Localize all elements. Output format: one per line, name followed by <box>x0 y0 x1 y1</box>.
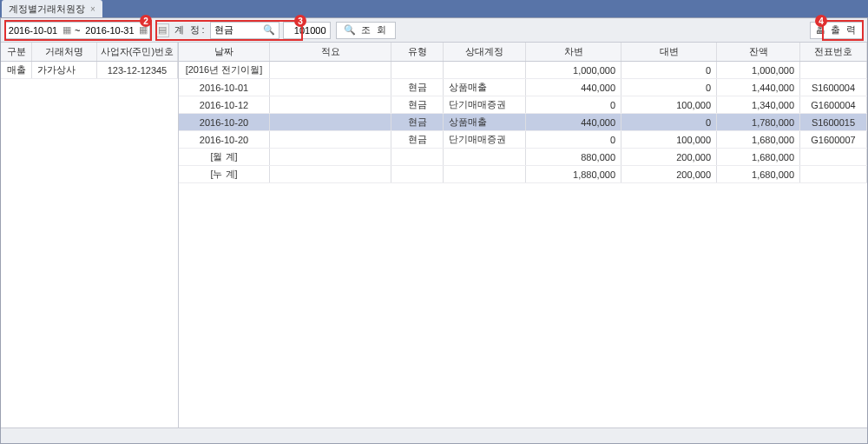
cell-counter: 단기매매증권 <box>444 96 526 113</box>
account-name-input[interactable]: 현금 🔍 <box>210 22 279 39</box>
app-window: 계정별거래처원장 × 2 3 4 ▦ ~ ▦ ▤ 계 정: 현금 🔍 <box>0 0 868 444</box>
cell-date: 2016-10-20 <box>179 131 270 148</box>
cell-trtype <box>391 62 444 78</box>
status-bar <box>1 427 867 443</box>
account-filter-group: 계 정: 현금 🔍 101000 <box>174 22 330 39</box>
search-icon: 🔍 <box>344 24 358 36</box>
cell-debit: 880,000 <box>526 149 621 165</box>
date-to-input[interactable] <box>83 25 135 36</box>
cell-trtype: 현금 <box>391 131 444 148</box>
lookup-label: 조 회 <box>361 23 388 36</box>
cell-date: [2016년 전기이월] <box>179 62 270 78</box>
ledger-table-body: [2016년 전기이월]1,000,00001,000,0002016-10-0… <box>179 62 867 183</box>
account-code-input[interactable]: 101000 <box>283 22 331 39</box>
cell-counter <box>444 149 526 165</box>
cell-balance: 1,340,000 <box>717 96 800 113</box>
cell-credit: 0 <box>621 62 717 78</box>
table-row[interactable]: [월 계]880,000200,0001,680,000 <box>179 149 867 166</box>
cell-credit: 0 <box>621 114 717 130</box>
toolbar: ▦ ~ ▦ ▤ 계 정: 현금 🔍 101000 🔍 조 회 <box>1 18 867 43</box>
cell-date: [월 계] <box>179 149 270 165</box>
col-bizno: 사업자(주민)번호 <box>97 43 178 61</box>
ledger-pane: 날짜 적요 유형 상대계정 차변 대변 잔액 전표번호 [2016년 전기이월]… <box>179 43 867 427</box>
cell-memo <box>270 166 391 182</box>
partner-table-body: 매출가가상사123-12-12345 <box>1 62 178 79</box>
cell-memo <box>270 114 391 130</box>
cell-voucher: S1600015 <box>800 114 867 130</box>
col-balance: 잔액 <box>717 43 800 61</box>
cell-credit: 200,000 <box>621 166 717 182</box>
cell-credit: 0 <box>621 79 717 96</box>
cell-memo <box>270 149 391 165</box>
table-row[interactable]: 2016-10-01현금상품매출440,00001,440,000S160000… <box>179 79 867 96</box>
cell-date: [누 계] <box>179 166 270 182</box>
active-tab[interactable]: 계정별거래처원장 × <box>2 0 102 17</box>
date-separator: ~ <box>75 25 80 36</box>
table-row[interactable]: [누 계]1,880,000200,0001,680,000 <box>179 166 867 183</box>
cell-memo <box>270 96 391 113</box>
account-name-value: 현금 <box>214 23 233 36</box>
partner-list-pane: 구분 거래처명 사업자(주민)번호 매출가가상사123-12-12345 <box>1 43 179 427</box>
ledger-table-header: 날짜 적요 유형 상대계정 차변 대변 잔액 전표번호 <box>179 43 867 62</box>
highlight-badge-3: 3 <box>294 15 306 27</box>
cell-date: 2016-10-12 <box>179 96 270 113</box>
cell-bizno: 123-12-12345 <box>97 62 178 78</box>
col-date: 날짜 <box>179 43 270 61</box>
table-row[interactable]: 2016-10-12현금단기매매증권0100,0001,340,000G1600… <box>179 96 867 114</box>
cell-partner: 가가상사 <box>32 62 97 78</box>
cell-balance: 1,680,000 <box>717 131 800 148</box>
col-credit: 대변 <box>621 43 717 61</box>
cell-date: 2016-10-20 <box>179 114 270 130</box>
col-counter: 상대계정 <box>444 43 526 61</box>
col-voucher: 전표번호 <box>800 43 867 61</box>
tab-title: 계정별거래처원장 <box>9 3 85 16</box>
cell-counter <box>444 166 526 182</box>
account-label: 계 정: <box>174 23 206 36</box>
highlight-badge-4: 4 <box>815 15 827 27</box>
table-row[interactable]: 2016-10-20현금단기매매증권0100,0001,680,000G1600… <box>179 131 867 149</box>
cell-memo <box>270 131 391 148</box>
cell-balance: 1,680,000 <box>717 166 800 182</box>
highlight-badge-2: 2 <box>140 15 152 27</box>
date-from-input[interactable] <box>7 25 59 36</box>
search-icon[interactable]: 🔍 <box>263 24 275 36</box>
cell-balance: 1,000,000 <box>717 62 800 78</box>
cell-voucher <box>800 149 867 165</box>
cell-counter: 상품매출 <box>444 114 526 130</box>
close-icon[interactable]: × <box>90 4 95 14</box>
print-label: 출 력 <box>831 23 858 36</box>
cell-credit: 100,000 <box>621 131 717 148</box>
date-range-group: ▦ ~ ▦ <box>4 22 150 39</box>
col-partner: 거래처명 <box>32 43 97 61</box>
cell-balance: 1,440,000 <box>717 79 800 96</box>
cell-credit: 100,000 <box>621 96 717 113</box>
cell-counter: 단기매매증권 <box>444 131 526 148</box>
col-debit: 차변 <box>526 43 621 61</box>
cell-credit: 200,000 <box>621 149 717 165</box>
table-row[interactable]: [2016년 전기이월]1,000,00001,000,000 <box>179 62 867 79</box>
main-panel: 2 3 4 ▦ ~ ▦ ▤ 계 정: 현금 🔍 101000 <box>0 17 868 444</box>
content-area: 구분 거래처명 사업자(주민)번호 매출가가상사123-12-12345 날짜 … <box>1 43 867 427</box>
calendar-icon[interactable]: ▦ <box>62 24 71 36</box>
cell-balance: 1,680,000 <box>717 149 800 165</box>
period-picker-icon[interactable]: ▤ <box>155 23 169 37</box>
cell-voucher: G1600007 <box>800 131 867 148</box>
cell-counter: 상품매출 <box>444 79 526 96</box>
table-row[interactable]: 2016-10-20현금상품매출440,00001,780,000S160001… <box>179 114 867 131</box>
cell-balance: 1,780,000 <box>717 114 800 130</box>
cell-voucher <box>800 166 867 182</box>
cell-counter <box>444 62 526 78</box>
table-row[interactable]: 매출가가상사123-12-12345 <box>1 62 178 79</box>
cell-voucher <box>800 62 867 78</box>
lookup-button[interactable]: 🔍 조 회 <box>336 22 396 39</box>
cell-memo <box>270 79 391 96</box>
cell-type: 매출 <box>1 62 32 78</box>
cell-debit: 0 <box>526 96 621 113</box>
cell-trtype <box>391 149 444 165</box>
cell-trtype: 현금 <box>391 114 444 130</box>
col-trtype: 유형 <box>391 43 444 61</box>
col-type: 구분 <box>1 43 32 61</box>
cell-debit: 440,000 <box>526 114 621 130</box>
cell-voucher: G1600004 <box>800 96 867 113</box>
cell-debit: 1,000,000 <box>526 62 621 78</box>
